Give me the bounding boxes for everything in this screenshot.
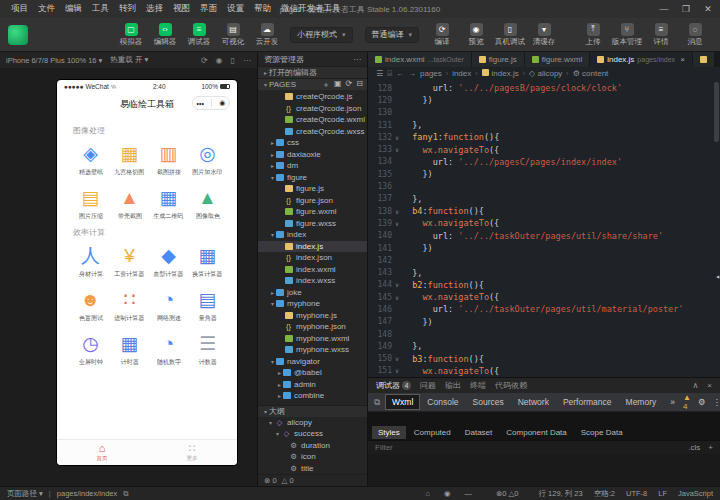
app-图像取色[interactable]: ▲图像取色 (188, 184, 227, 221)
app-计时器[interactable]: ▦计时器 (110, 330, 149, 367)
editor-tab-figure.js[interactable]: figure.js (472, 52, 525, 67)
styles-subtab-Dataset[interactable]: Dataset (459, 426, 499, 439)
menu-项目[interactable]: 项目 (6, 3, 33, 15)
menu-微信开发者工具[interactable]: 微信开发者工具 (276, 3, 346, 15)
open-editors-section[interactable]: ▸打开的编辑器 (258, 66, 367, 78)
new-folder-icon[interactable]: ▣ (334, 79, 342, 90)
menu-帮助[interactable]: 帮助 (249, 3, 276, 15)
app-工资计算器[interactable]: ¥工资计算器 (110, 242, 149, 279)
more-icon[interactable]: ⋯ (243, 56, 251, 65)
tree-item-figure.wxml[interactable]: figure.wxml (258, 206, 367, 218)
app-量角器[interactable]: ▤量角器 (188, 286, 227, 323)
cursor-position[interactable]: 行 129, 列 23 (539, 489, 583, 499)
devtools-tab-»[interactable]: » (664, 395, 681, 409)
tree-item-figure.js[interactable]: figure.js (258, 183, 367, 195)
copy-path-icon[interactable]: ⧉ (123, 489, 128, 499)
devtools-tab-Wxml[interactable]: Wxml (386, 395, 419, 409)
app-截图拼接[interactable]: ▥截图拼接 (149, 140, 188, 177)
outline-item-duration[interactable]: ⚙duration (258, 440, 367, 452)
forward-icon[interactable]: → (408, 69, 416, 78)
app-图片加水印[interactable]: ◎图片加水印 (188, 140, 227, 177)
panel-tab-问题[interactable]: 问题 (420, 380, 436, 391)
crumb-pages[interactable]: pages (420, 69, 442, 78)
tree-item-dm[interactable]: ▸dm (258, 160, 367, 172)
app-带壳截图[interactable]: ▲带壳截图 (110, 184, 149, 221)
outline-item-icon[interactable]: ⚙icon (258, 451, 367, 463)
outline-toggle-icon[interactable]: ☰ (376, 69, 383, 78)
menu-转到[interactable]: 转到 (114, 3, 141, 15)
tree-item-index[interactable]: ▾index (258, 229, 367, 241)
toolbar-消息[interactable]: ◌消息 (679, 23, 711, 47)
tree-item-createQrcode.js[interactable]: createQrcode.js (258, 91, 367, 103)
inspect-element-icon[interactable]: ⧉ (374, 397, 380, 408)
app-生成二维码[interactable]: ▦生成二维码 (149, 184, 188, 221)
toolbar-清缓存[interactable]: ▾清缓存 (528, 23, 560, 47)
panel-tab-调试器[interactable]: 调试器4 (376, 380, 411, 391)
tree-item-index.wxss[interactable]: index.wxss (258, 275, 367, 287)
devtools-tab-Memory[interactable]: Memory (620, 395, 663, 409)
app-进制计算器[interactable]: ∷进制计算器 (110, 286, 149, 323)
devtools-tab-Console[interactable]: Console (421, 395, 464, 409)
device-icon[interactable]: ▯ (231, 56, 235, 65)
close-button[interactable]: ✕ (702, 4, 714, 14)
outline-section-header[interactable]: ▾大纲 (258, 405, 367, 417)
filter-input[interactable]: Filter (375, 443, 393, 452)
styles-subtab-Styles[interactable]: Styles (372, 426, 406, 439)
styles-subtab-Computed[interactable]: Computed (408, 426, 457, 439)
app-身材计算[interactable]: 人身材计算 (71, 242, 110, 279)
record-icon[interactable]: ◉ (444, 489, 451, 498)
encoding-setting[interactable]: UTF-8 (626, 489, 647, 499)
toolbar-可视化[interactable]: ▤可视化 (217, 23, 249, 47)
screenshot-icon[interactable]: ◉ (216, 56, 223, 65)
toolbar-上传[interactable]: ⤒上传 (577, 23, 609, 47)
crumb-alicopy[interactable]: ◇ alicopy (529, 69, 562, 78)
app-图片压缩[interactable]: ▤图片压缩 (71, 184, 110, 221)
close-tab-icon[interactable]: × (680, 55, 685, 64)
menu-选择[interactable]: 选择 (141, 3, 168, 15)
toolbar-真机调试[interactable]: ▯真机调试 (494, 23, 526, 47)
app-全屏时钟[interactable]: ◷全屏时钟 (71, 330, 110, 367)
home-icon[interactable]: ⌂ (425, 489, 430, 498)
tree-item-index.js[interactable]: index.js (258, 241, 367, 253)
editor-tab-index.js[interactable]: index.jspages/index× (590, 52, 693, 67)
crumb-index[interactable]: index (452, 69, 471, 78)
hot-reload-toggle[interactable]: 热重载 开 ▾ (110, 55, 148, 65)
kebab-menu-icon[interactable]: ⋮ (713, 397, 720, 407)
editor-tab-figure.wxml[interactable]: figure.wxml (525, 52, 590, 67)
bookmark-icon[interactable]: ⌸ (387, 69, 392, 79)
device-select[interactable]: iPhone 6/7/8 Plus 100% 16 ▾ (6, 56, 102, 65)
settings-gear-icon[interactable]: ⚙ (698, 397, 706, 407)
styles-subtab-Component Data[interactable]: Component Data (500, 426, 572, 439)
tree-item-admin[interactable]: ▸admin (258, 379, 367, 391)
outline-item-title[interactable]: ⚙title (258, 463, 367, 475)
page-path-select[interactable]: 页面路径 ▾ (7, 489, 43, 499)
editor-scrollbar[interactable] (714, 82, 719, 142)
menu-设置[interactable]: 设置 (222, 3, 249, 15)
styles-subtab-Scope Data[interactable]: Scope Data (575, 426, 629, 439)
collapse-panel-icon[interactable]: ∧ (692, 381, 698, 390)
capsule-menu[interactable]: ••• ◉ (192, 96, 230, 110)
devtools-tab-Network[interactable]: Network (512, 395, 555, 409)
menu-文件[interactable]: 文件 (33, 3, 60, 15)
tree-item-myphone.wxml[interactable]: myphone.wxml (258, 333, 367, 345)
refresh-icon[interactable]: ⟳ (346, 79, 353, 90)
tree-item-css[interactable]: ▸css (258, 137, 367, 149)
toolbar-云开发[interactable]: ☁云开发 (251, 23, 283, 47)
tree-item-myphone.json[interactable]: {}myphone.json (258, 321, 367, 333)
pages-section-header[interactable]: ▾PAGES ＋▣⟳⊟ (258, 78, 367, 90)
minimize-button[interactable]: — (658, 4, 670, 14)
app-网络测速[interactable]: ◔网络测速 (149, 286, 188, 323)
app-随机数字[interactable]: ◔随机数字 (149, 330, 188, 367)
phone-tab-更多[interactable]: ∷更多 (147, 440, 237, 465)
toolbar-详情[interactable]: ≡详情 (645, 23, 677, 47)
toolbar-编辑器[interactable]: ‹›编辑器 (149, 23, 181, 47)
panel-tab-输出[interactable]: 输出 (445, 380, 461, 391)
app-血型计算器[interactable]: ◆血型计算器 (149, 242, 188, 279)
toolbar-调试器[interactable]: ≡调试器 (183, 23, 215, 47)
outline-item-success[interactable]: ▾◇success (258, 428, 367, 440)
toolbar-模拟器[interactable]: ▢模拟器 (115, 23, 147, 47)
devtools-tab-Performance[interactable]: Performance (557, 395, 618, 409)
toolbar-版本管理[interactable]: ⑂版本管理 (611, 23, 643, 47)
tree-item-figure.json[interactable]: {}figure.json (258, 195, 367, 207)
close-panel-icon[interactable]: × (707, 381, 712, 390)
